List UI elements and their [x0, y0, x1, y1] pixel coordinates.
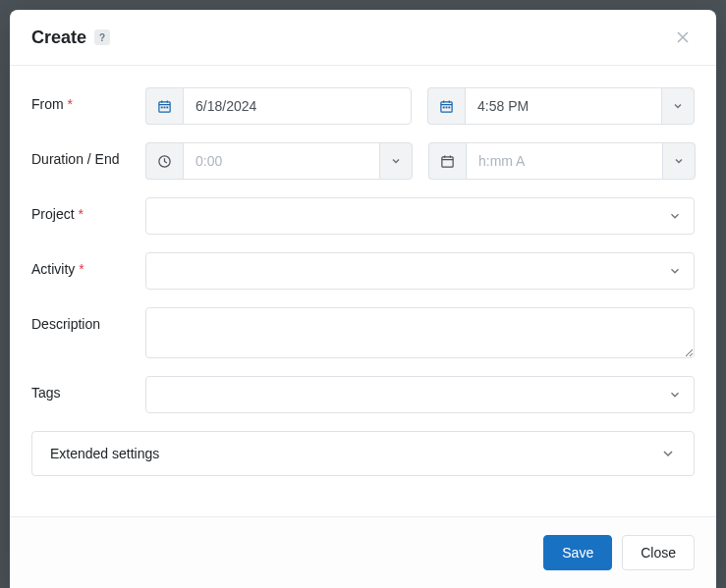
from-controls: [145, 87, 695, 125]
project-label-text: Project: [31, 206, 75, 222]
tags-label: Tags: [31, 376, 145, 401]
clock-icon[interactable]: [145, 142, 183, 180]
from-date-group: [145, 87, 412, 125]
duration-dropdown[interactable]: [379, 142, 413, 180]
tags-controls: [145, 376, 695, 413]
calendar-icon[interactable]: [428, 142, 466, 180]
chevron-down-icon: [660, 446, 676, 461]
from-time-input[interactable]: [465, 87, 661, 125]
description-textarea[interactable]: [145, 307, 695, 358]
activity-row: Activity *: [31, 252, 695, 290]
description-row: Description: [31, 307, 695, 358]
chevron-down-icon: [668, 264, 682, 278]
modal-body: From *: [10, 66, 716, 516]
end-time-dropdown[interactable]: [662, 142, 696, 180]
modal-title: Create: [31, 27, 86, 48]
from-row: From *: [31, 87, 695, 125]
from-label-text: From: [31, 96, 64, 112]
project-controls: [145, 197, 695, 235]
svg-rect-6: [446, 106, 448, 108]
modal-header: Create ?: [10, 10, 716, 66]
close-footer-button[interactable]: Close: [622, 535, 695, 570]
activity-required: *: [79, 261, 84, 277]
extended-settings-label: Extended settings: [50, 446, 159, 461]
svg-rect-9: [442, 156, 453, 166]
calendar-icon[interactable]: [145, 87, 183, 125]
svg-rect-5: [443, 106, 445, 108]
duration-end-controls: [145, 142, 696, 180]
svg-rect-1: [161, 106, 163, 108]
tags-row: Tags: [31, 376, 695, 413]
modal-title-group: Create ?: [31, 27, 110, 48]
close-button[interactable]: [671, 26, 695, 49]
from-required: *: [68, 96, 73, 112]
project-row: Project *: [31, 197, 695, 235]
close-icon: [675, 29, 691, 45]
activity-label-text: Activity: [31, 261, 75, 277]
chevron-down-icon: [668, 388, 682, 401]
modal-footer: Save Close: [10, 516, 716, 588]
from-label: From *: [31, 87, 145, 112]
duration-end-label: Duration / End: [31, 142, 145, 167]
description-controls: [145, 307, 695, 358]
chevron-down-icon: [668, 209, 682, 223]
create-modal: Create ? From *: [10, 10, 716, 588]
duration-group: [145, 142, 413, 180]
activity-select[interactable]: [145, 252, 695, 290]
svg-rect-2: [164, 106, 166, 108]
svg-rect-3: [166, 106, 168, 108]
from-date-input[interactable]: [183, 87, 412, 125]
activity-controls: [145, 252, 695, 290]
extended-settings-toggle[interactable]: Extended settings: [31, 431, 695, 476]
end-time-group: [428, 142, 696, 180]
save-button[interactable]: Save: [543, 535, 612, 570]
end-time-input[interactable]: [466, 142, 662, 180]
project-select[interactable]: [145, 197, 695, 235]
tags-select[interactable]: [145, 376, 695, 413]
from-time-dropdown[interactable]: [661, 87, 695, 125]
svg-rect-7: [448, 106, 450, 108]
description-label: Description: [31, 307, 145, 332]
from-time-group: [427, 87, 695, 125]
help-icon[interactable]: ?: [94, 29, 110, 45]
duration-input[interactable]: [183, 142, 379, 180]
project-required: *: [78, 206, 83, 222]
project-label: Project *: [31, 197, 145, 222]
duration-end-row: Duration / End: [31, 142, 695, 180]
activity-label: Activity *: [31, 252, 145, 277]
calendar-icon[interactable]: [427, 87, 465, 125]
